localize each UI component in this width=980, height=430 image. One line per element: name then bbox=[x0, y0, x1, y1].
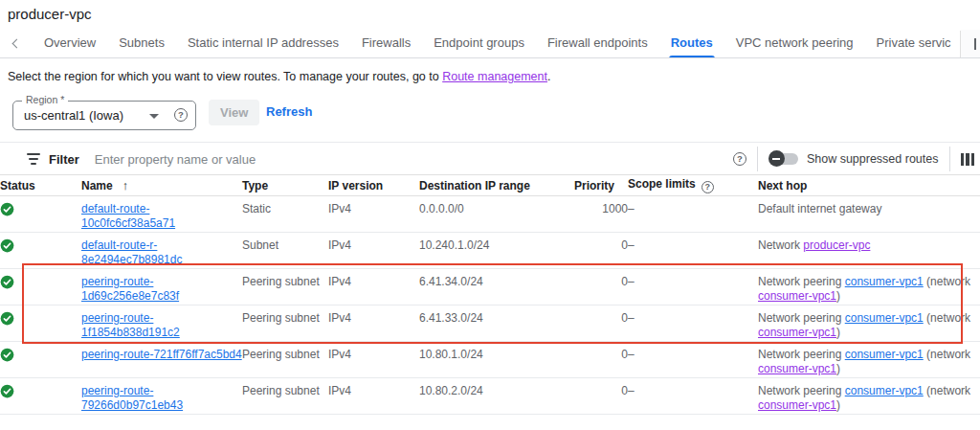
route-name-link[interactable]: peering-route-79266d0b97c1eb43 bbox=[81, 384, 183, 412]
tab-strip-overflow-area bbox=[961, 30, 980, 57]
tab-private-servic[interactable]: Private servic bbox=[865, 29, 963, 58]
filter-help-icon[interactable] bbox=[733, 152, 746, 166]
ip-version-value: IPv4 bbox=[328, 348, 351, 361]
header-destination[interactable]: Destination IP range bbox=[419, 175, 574, 196]
table-row: peering-route-721ff76ff7ac5bd4Peering su… bbox=[0, 342, 980, 378]
ip-version-value: IPv4 bbox=[328, 202, 351, 215]
page-title: producer-vpc bbox=[8, 6, 92, 22]
table-row: peering-route-79266d0b97c1eb43Peering su… bbox=[0, 378, 980, 415]
route-name-link[interactable]: peering-route-721ff76ff7ac5bd4 bbox=[81, 348, 242, 361]
next-hop-network-link[interactable]: consumer-vpc1 bbox=[845, 384, 924, 397]
header-type[interactable]: Type bbox=[242, 175, 328, 196]
tab-routes[interactable]: Routes bbox=[659, 29, 724, 58]
next-hop-text: Network peering bbox=[758, 311, 845, 325]
header-priority[interactable]: Priority bbox=[574, 175, 628, 196]
scope-value: – bbox=[628, 202, 635, 215]
priority-value: 0 bbox=[621, 238, 628, 252]
type-value: Static bbox=[242, 202, 271, 215]
destination-value: 10.240.1.0/24 bbox=[419, 238, 489, 252]
type-value: Peering subnet bbox=[242, 348, 320, 361]
route-management-link[interactable]: Route management bbox=[442, 70, 547, 83]
route-name-link[interactable]: peering-route-1d69c256e8e7c83f bbox=[81, 275, 179, 303]
scope-value: – bbox=[628, 275, 635, 288]
next-hop-text: Network bbox=[758, 238, 803, 252]
table-row: default-route-10c0fc6cf38a5a71StaticIPv4… bbox=[0, 196, 980, 233]
next-hop-text: (network bbox=[924, 311, 970, 325]
region-select[interactable]: Region * us-central1 (Iowa) bbox=[12, 101, 196, 130]
destination-value: 0.0.0.0/0 bbox=[419, 202, 464, 215]
filter-label[interactable]: Filter bbox=[49, 152, 79, 167]
scope-value: – bbox=[628, 384, 635, 397]
next-hop-network-link[interactable]: consumer-vpc1 bbox=[758, 289, 836, 303]
route-name-link[interactable]: default-route-10c0fc6cf38a5a71 bbox=[81, 202, 175, 230]
region-field-value: us-central1 (Iowa) bbox=[24, 102, 123, 129]
tab-strip-divider bbox=[960, 31, 961, 57]
destination-value: 10.80.2.0/24 bbox=[419, 384, 483, 397]
table-row: peering-route-1f1854b838d191c2Peering su… bbox=[0, 306, 980, 342]
dropdown-caret-icon bbox=[149, 114, 159, 119]
next-hop-network-link[interactable]: consumer-vpc1 bbox=[845, 275, 924, 288]
next-hop-text: ) bbox=[836, 289, 840, 303]
column-display-options-button[interactable] bbox=[961, 153, 975, 166]
next-hop-network-link[interactable]: consumer-vpc1 bbox=[758, 362, 836, 375]
status-ok-icon bbox=[0, 242, 14, 256]
tab-static-internal-ip-addresses[interactable]: Static internal IP addresses bbox=[176, 29, 350, 58]
sort-ascending-icon: ↑ bbox=[122, 178, 129, 192]
destination-value: 6.41.33.0/24 bbox=[419, 311, 483, 325]
view-button[interactable]: View bbox=[209, 100, 259, 125]
next-hop-text: (network bbox=[924, 384, 970, 397]
priority-value: 0 bbox=[621, 275, 628, 288]
routes-table-body: default-route-10c0fc6cf38a5a71StaticIPv4… bbox=[0, 196, 980, 415]
refresh-button[interactable]: Refresh bbox=[266, 104, 312, 119]
instructions-text-end: . bbox=[547, 70, 550, 83]
toolbar-divider bbox=[949, 147, 950, 171]
header-next-hop[interactable]: Next hop bbox=[758, 175, 980, 196]
filter-input[interactable] bbox=[95, 152, 458, 167]
tab-overview[interactable]: Overview bbox=[33, 29, 107, 58]
next-hop-network-link[interactable]: consumer-vpc1 bbox=[845, 348, 924, 361]
tab-bar: OverviewSubnetsStatic internal IP addres… bbox=[0, 29, 980, 58]
next-hop-text: Network peering bbox=[758, 348, 845, 361]
priority-value: 1000 bbox=[602, 202, 628, 215]
status-ok-icon bbox=[0, 279, 14, 292]
filter-toolbar: Filter Show suppressed routes bbox=[0, 142, 980, 175]
instructions-text: Select the region for which you want to … bbox=[8, 70, 442, 83]
next-hop-text: (network bbox=[924, 275, 970, 288]
show-suppressed-toggle[interactable] bbox=[768, 150, 799, 168]
type-value: Peering subnet bbox=[242, 384, 320, 397]
region-help-icon[interactable] bbox=[174, 108, 188, 122]
tab-firewalls[interactable]: Firewalls bbox=[350, 29, 422, 58]
next-hop-text: Default internet gateway bbox=[758, 202, 881, 215]
header-scope-limits[interactable]: Scope limits bbox=[628, 175, 758, 196]
next-hop-text: Network peering bbox=[758, 384, 845, 397]
route-name-link[interactable]: peering-route-1f1854b838d191c2 bbox=[81, 311, 180, 339]
priority-value: 0 bbox=[621, 311, 628, 325]
tab-subnets[interactable]: Subnets bbox=[107, 29, 176, 58]
ip-version-value: IPv4 bbox=[328, 275, 351, 288]
status-ok-icon bbox=[0, 315, 14, 328]
header-ip-version[interactable]: IP version bbox=[328, 175, 419, 196]
header-status[interactable]: Status bbox=[0, 175, 81, 196]
route-name-link[interactable]: default-route-r-8e2494ec7b8981dc bbox=[81, 238, 182, 266]
table-row: default-route-r-8e2494ec7b8981dcSubnetIP… bbox=[0, 233, 980, 269]
scope-value: – bbox=[628, 238, 635, 252]
tab-endpoint-groups[interactable]: Endpoint groups bbox=[422, 29, 536, 58]
header-name[interactable]: Name↑ bbox=[81, 175, 242, 196]
toolbar-divider bbox=[757, 147, 758, 171]
ip-version-value: IPv4 bbox=[328, 238, 351, 252]
next-hop-network-link[interactable]: producer-vpc bbox=[803, 238, 870, 252]
priority-value: 0 bbox=[621, 384, 628, 397]
type-value: Peering subnet bbox=[242, 275, 320, 288]
next-hop-network-link[interactable]: consumer-vpc1 bbox=[845, 311, 924, 325]
tab-firewall-endpoints[interactable]: Firewall endpoints bbox=[536, 29, 659, 58]
next-hop-text: ) bbox=[836, 362, 840, 375]
region-instructions: Select the region for which you want to … bbox=[8, 70, 550, 83]
next-hop-text: ) bbox=[836, 326, 840, 339]
tabs-scroll-left-button[interactable] bbox=[0, 40, 33, 47]
table-header-row: Status Name↑ Type IP version Destination… bbox=[0, 175, 980, 196]
next-hop-network-link[interactable]: consumer-vpc1 bbox=[758, 326, 836, 339]
scope-limits-help-icon[interactable] bbox=[702, 181, 714, 193]
tab-vpc-network-peering[interactable]: VPC network peering bbox=[724, 29, 865, 58]
next-hop-network-link[interactable]: consumer-vpc1 bbox=[758, 398, 836, 412]
status-ok-icon bbox=[0, 206, 14, 219]
